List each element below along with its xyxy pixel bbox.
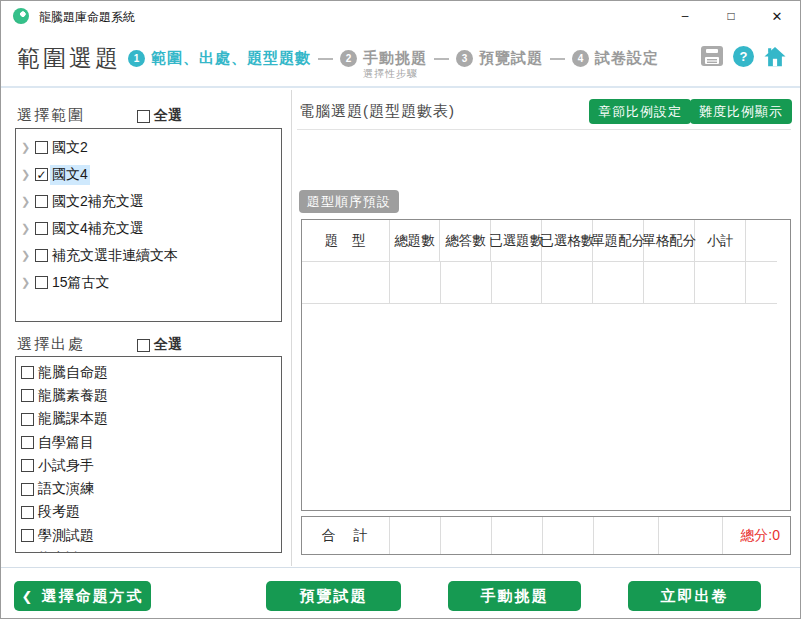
chapter-ratio-button[interactable]: 章節比例設定	[589, 99, 691, 124]
chevron-right-icon[interactable]: ❯	[21, 168, 35, 181]
source-select-all-checkbox[interactable]	[137, 339, 150, 352]
preview-questions-button[interactable]: 預覽試題	[266, 581, 401, 611]
maximize-button[interactable]: □	[708, 1, 754, 31]
source-item-label[interactable]: 龍騰自命題	[38, 364, 108, 382]
range-item[interactable]: ❯ 15篇古文	[16, 269, 281, 296]
source-item[interactable]: 段考題	[16, 501, 281, 524]
page-header: 範圍選題 1 範圍、出處、題型題數 2 手動挑題 選擇性步驟 3 預覽試題 4	[1, 31, 800, 88]
range-item-label[interactable]: 15篇古文	[50, 273, 112, 293]
question-type-table-container: 題 型 總題數 總答數 已選題數 已選格數 單題配分 單格配分 小計	[301, 219, 791, 511]
step-indicator: 1 範圍、出處、題型題數 2 手動挑題 選擇性步驟 3 預覽試題 4 試卷設定	[128, 45, 659, 79]
source-item[interactable]: 龍騰自命題	[16, 361, 281, 384]
generate-paper-button[interactable]: 立即出卷	[628, 581, 761, 611]
step-3-label: 預覽試題	[479, 45, 543, 71]
source-item-label[interactable]: 指考試題	[38, 550, 94, 553]
step-3-badge: 3	[456, 50, 473, 67]
checkbox[interactable]	[21, 459, 34, 472]
source-item-label[interactable]: 語文演練	[38, 480, 94, 498]
chevron-right-icon[interactable]: ❯	[21, 195, 35, 208]
range-item[interactable]: ❯ 國文2	[16, 134, 281, 161]
source-select-all[interactable]: 全選	[137, 336, 182, 354]
step-2: 2 手動挑題 選擇性步驟	[340, 45, 427, 79]
source-item[interactable]: 語文演練	[16, 477, 281, 500]
source-item-label[interactable]: 小試身手	[38, 457, 94, 475]
range-item-label[interactable]: 國文4補充文選	[50, 219, 146, 239]
checkbox[interactable]	[35, 249, 48, 262]
range-item-label[interactable]: 國文2補充文選	[50, 192, 146, 212]
range-item[interactable]: ❯ 補充文選非連續文本	[16, 242, 281, 269]
checkbox[interactable]	[35, 276, 48, 289]
page-title: 範圍選題	[17, 43, 121, 74]
home-icon[interactable]	[764, 45, 786, 67]
chevron-right-icon[interactable]: ❯	[21, 141, 35, 154]
range-item[interactable]: ❯ 國文4補充文選	[16, 215, 281, 242]
col-header-selected-blanks: 已選格數	[542, 220, 593, 262]
step-2-sublabel: 選擇性步驟	[363, 69, 427, 79]
source-item-label[interactable]: 學測試題	[38, 527, 94, 545]
title-bar: 龍騰題庫命題系統 – □ ✕	[1, 1, 800, 31]
help-icon[interactable]: ?	[733, 46, 754, 67]
col-header-total-questions: 總題數	[390, 220, 441, 262]
range-item-label[interactable]: 補充文選非連續文本	[50, 246, 180, 266]
step-1: 1 範圍、出處、題型題數	[128, 45, 311, 71]
range-item-label[interactable]: 國文4	[50, 165, 90, 185]
source-item[interactable]: 龍騰課本題	[16, 408, 281, 431]
checkbox[interactable]	[35, 168, 48, 181]
source-section-title: 選擇出處	[17, 335, 85, 354]
computer-selection-title: 電腦選題(題型題數表)	[299, 102, 455, 121]
difficulty-ratio-button[interactable]: 難度比例顯示	[690, 99, 792, 124]
minimize-button[interactable]: –	[662, 1, 708, 31]
checkbox[interactable]	[21, 413, 34, 426]
range-section-title: 選擇範圍	[17, 106, 85, 125]
total-score: 總分:0	[740, 527, 780, 545]
checkbox[interactable]	[21, 366, 34, 379]
range-item[interactable]: ❯ 國文4	[16, 161, 281, 188]
checkbox[interactable]	[21, 483, 34, 496]
source-item[interactable]: 龍騰素養題	[16, 384, 281, 407]
checkbox[interactable]	[35, 222, 48, 235]
source-item[interactable]: 自學篇目	[16, 431, 281, 454]
step-connector	[318, 58, 333, 60]
source-item[interactable]: 小試身手	[16, 454, 281, 477]
question-order-preset-button[interactable]: 題型順序預設	[299, 190, 399, 213]
range-item-label[interactable]: 國文2	[50, 138, 90, 158]
source-listbox: 龍騰自命題 龍騰素養題 龍騰課本題 自學篇目 小試身手 語文演練 段考題 學測	[15, 356, 282, 553]
source-item[interactable]: 指考試題	[16, 547, 281, 553]
step-connector	[434, 58, 449, 60]
chevron-left-icon: ❮	[22, 589, 35, 604]
source-item-label[interactable]: 龍騰素養題	[38, 387, 108, 405]
checkbox[interactable]	[21, 506, 34, 519]
panel-divider	[291, 90, 292, 566]
col-header-extra	[746, 220, 777, 262]
step-1-badge: 1	[128, 50, 145, 67]
step-connector	[550, 58, 565, 60]
question-type-table: 題 型 總題數 總答數 已選題數 已選格數 單題配分 單格配分 小計	[302, 220, 777, 304]
range-select-all[interactable]: 全選	[137, 107, 182, 125]
bottom-divider	[1, 567, 800, 568]
manual-pick-button[interactable]: 手動挑題	[448, 581, 581, 611]
source-item-label[interactable]: 龍騰課本題	[38, 410, 108, 428]
source-item-label[interactable]: 段考題	[38, 503, 80, 521]
source-item-label[interactable]: 自學篇目	[38, 434, 94, 452]
table-empty-row	[302, 262, 777, 304]
totals-label: 合 計	[302, 517, 390, 554]
range-item[interactable]: ❯ 國文2補充文選	[16, 188, 281, 215]
totals-row: 合 計 總分:0	[301, 516, 791, 555]
checkbox[interactable]	[21, 436, 34, 449]
col-header-total-answers: 總答數	[440, 220, 491, 262]
chevron-right-icon[interactable]: ❯	[21, 222, 35, 235]
step-2-badge: 2	[340, 50, 357, 67]
window-title: 龍騰題庫命題系統	[39, 9, 135, 26]
range-select-all-checkbox[interactable]	[137, 110, 150, 123]
save-icon[interactable]	[701, 45, 723, 67]
source-item[interactable]: 學測試題	[16, 524, 281, 547]
checkbox[interactable]	[21, 529, 34, 542]
chevron-right-icon[interactable]: ❯	[21, 249, 35, 262]
checkbox[interactable]	[21, 389, 34, 402]
range-listbox: ❯ 國文2 ❯ 國文4 ❯ 國文2補充文選 ❯ 國文4補充文選 ❯ 補充文選非連…	[15, 128, 282, 322]
choose-method-button[interactable]: ❮ 選擇命題方式	[14, 581, 151, 611]
chevron-right-icon[interactable]: ❯	[21, 276, 35, 289]
checkbox[interactable]	[35, 141, 48, 154]
checkbox[interactable]	[35, 195, 48, 208]
close-button[interactable]: ✕	[754, 1, 800, 31]
